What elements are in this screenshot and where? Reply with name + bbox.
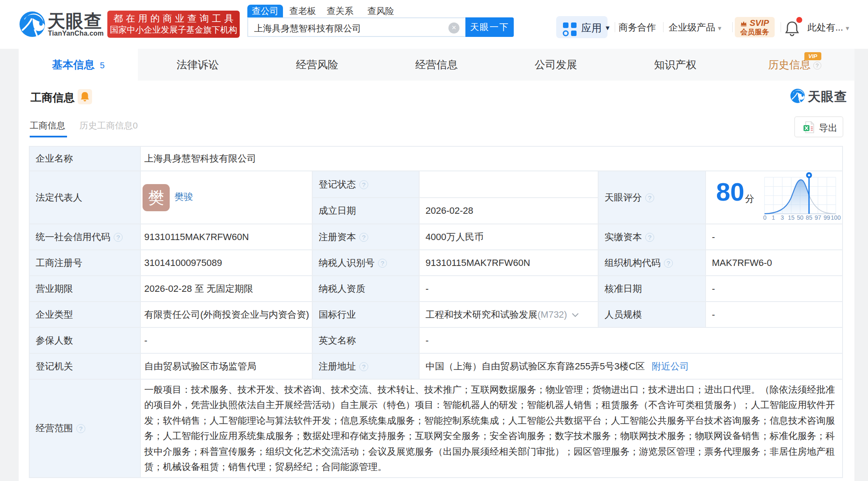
svg-text:99: 99: [823, 214, 830, 221]
svg-text:97: 97: [815, 214, 821, 221]
svg-text:100: 100: [831, 214, 841, 221]
svg-text:50: 50: [797, 214, 804, 221]
svg-text:0: 0: [763, 214, 767, 221]
svg-text:3: 3: [781, 214, 784, 221]
svg-text:1: 1: [772, 214, 775, 221]
svg-text:15: 15: [788, 214, 795, 221]
svg-text:85: 85: [806, 214, 812, 221]
